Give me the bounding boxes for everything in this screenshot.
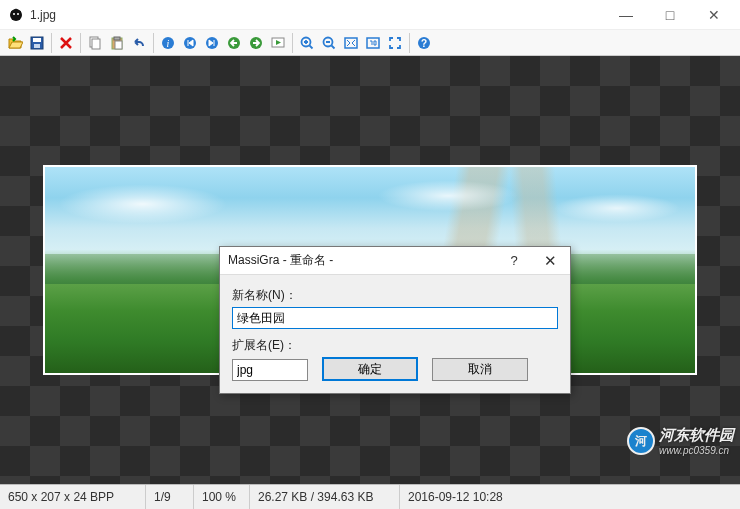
info-button[interactable]: i — [157, 32, 179, 54]
app-icon — [8, 7, 24, 23]
minimize-icon: — — [619, 7, 633, 23]
delete-button[interactable] — [55, 32, 77, 54]
svg-text:i: i — [167, 38, 170, 49]
fit-button[interactable] — [340, 32, 362, 54]
fullscreen-button[interactable] — [384, 32, 406, 54]
separator — [51, 33, 52, 53]
rename-dialog: MassiGra - 重命名 - ? ✕ 新名称(N)： 扩展名(E)： 确定 … — [219, 246, 571, 394]
svg-rect-5 — [34, 44, 40, 48]
separator — [80, 33, 81, 53]
svg-rect-21 — [367, 38, 379, 48]
toolbar: i ? — [0, 30, 740, 56]
open-button[interactable] — [4, 32, 26, 54]
dialog-title: MassiGra - 重命名 - — [228, 252, 496, 269]
maximize-button[interactable]: □ — [648, 1, 692, 29]
watermark: 河 河东软件园 www.pc0359.cn — [627, 426, 734, 456]
separator — [409, 33, 410, 53]
extension-label: 扩展名(E)： — [232, 337, 558, 354]
actual-size-button[interactable] — [362, 32, 384, 54]
close-icon: ✕ — [708, 7, 720, 23]
dialog-close-button[interactable]: ✕ — [532, 248, 568, 274]
svg-rect-10 — [115, 41, 122, 49]
statusbar: 650 x 207 x 24 BPP 1/9 100 % 26.27 KB / … — [0, 484, 740, 509]
window-title: 1.jpg — [30, 8, 604, 22]
dialog-help-button[interactable]: ? — [496, 248, 532, 274]
dialog-body: 新名称(N)： 扩展名(E)： 确定 取消 — [220, 275, 570, 393]
name-input[interactable] — [232, 307, 558, 329]
svg-point-2 — [17, 13, 19, 15]
watermark-url: www.pc0359.cn — [659, 445, 734, 456]
status-zoom: 100 % — [194, 485, 250, 509]
svg-rect-7 — [92, 39, 100, 49]
minimize-button[interactable]: — — [604, 1, 648, 29]
slideshow-button[interactable] — [267, 32, 289, 54]
undo-button[interactable] — [128, 32, 150, 54]
cancel-button[interactable]: 取消 — [432, 358, 528, 381]
ok-button[interactable]: 确定 — [322, 357, 418, 381]
last-button[interactable] — [201, 32, 223, 54]
svg-point-0 — [10, 9, 22, 21]
status-filesize: 26.27 KB / 394.63 KB — [250, 485, 400, 509]
window-titlebar: 1.jpg — □ ✕ — [0, 0, 740, 30]
svg-text:?: ? — [421, 38, 427, 49]
name-label: 新名称(N)： — [232, 287, 558, 304]
watermark-text: 河东软件园 — [659, 426, 734, 445]
close-icon: ✕ — [544, 252, 557, 270]
image-viewport[interactable]: MassiGra - 重命名 - ? ✕ 新名称(N)： 扩展名(E)： 确定 … — [0, 56, 740, 484]
svg-point-1 — [13, 13, 15, 15]
status-dimensions: 650 x 207 x 24 BPP — [0, 485, 146, 509]
watermark-logo-icon: 河 — [627, 427, 655, 455]
status-index: 1/9 — [146, 485, 194, 509]
zoom-in-button[interactable] — [296, 32, 318, 54]
svg-rect-20 — [345, 38, 357, 48]
help-icon: ? — [510, 253, 517, 268]
extension-input[interactable] — [232, 359, 308, 381]
prev-button[interactable] — [223, 32, 245, 54]
first-button[interactable] — [179, 32, 201, 54]
svg-rect-9 — [114, 37, 120, 40]
svg-rect-4 — [33, 38, 41, 42]
copy-button[interactable] — [84, 32, 106, 54]
save-button[interactable] — [26, 32, 48, 54]
status-datetime: 2016-09-12 10:28 — [400, 485, 511, 509]
help-button[interactable]: ? — [413, 32, 435, 54]
separator — [153, 33, 154, 53]
close-button[interactable]: ✕ — [692, 1, 736, 29]
zoom-out-button[interactable] — [318, 32, 340, 54]
next-button[interactable] — [245, 32, 267, 54]
paste-button[interactable] — [106, 32, 128, 54]
dialog-titlebar[interactable]: MassiGra - 重命名 - ? ✕ — [220, 247, 570, 275]
separator — [292, 33, 293, 53]
maximize-icon: □ — [666, 7, 674, 23]
